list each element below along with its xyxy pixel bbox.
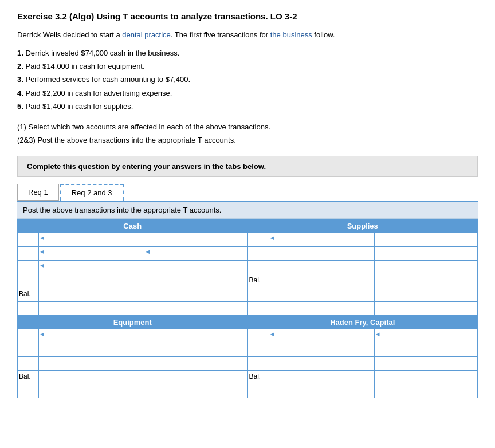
cash-row-2[interactable]: ◄ ◄ (18, 246, 247, 260)
equipment-row-1[interactable]: ◄ (18, 329, 247, 343)
capital-row-1[interactable]: ◄ ◄ (248, 329, 478, 343)
transactions-list: 1. Derrick invested $74,000 cash in the … (17, 46, 478, 113)
capital-extra-row (248, 384, 478, 398)
supplies-row-2[interactable] (248, 246, 478, 260)
tab-req2and3[interactable]: Req 2 and 3 (60, 184, 124, 201)
exercise-title: Exercise 3.2 (Algo) Using T accounts to … (17, 11, 478, 21)
supplies-extra-row-2 (248, 301, 478, 315)
supplies-account: Supplies ◄ Bal. (248, 219, 478, 315)
equipment-row-2[interactable] (18, 343, 247, 356)
tab-instruction: Post the above transactions into the app… (17, 202, 478, 219)
capital-bal-row[interactable]: Bal. (248, 370, 478, 384)
instructions: (1) Select which two accounts are affect… (17, 121, 478, 146)
capital-row-2[interactable] (248, 343, 478, 356)
intro-text: Derrick Wells decided to start a dental … (17, 29, 478, 41)
equipment-extra-row (18, 384, 247, 398)
tabs-row: Req 1 Req 2 and 3 (17, 184, 478, 202)
supplies-row-3[interactable] (248, 260, 478, 274)
equipment-row-3[interactable] (18, 356, 247, 370)
cash-bal-row[interactable]: Bal. (18, 288, 247, 301)
supplies-extra-row-1 (248, 288, 478, 301)
supplies-row-1[interactable]: ◄ (248, 233, 478, 246)
equipment-title: Equipment (18, 316, 247, 329)
supplies-title: Supplies (248, 219, 478, 233)
cash-title: Cash (18, 219, 247, 233)
cash-row-3[interactable]: ◄ (18, 260, 247, 274)
supplies-bal-row[interactable]: Bal. (248, 274, 478, 288)
capital-account: Haden Fry, Capital ◄ ◄ Bal. (248, 316, 478, 398)
equipment-account: Equipment ◄ Bal. (18, 316, 248, 398)
equipment-bal-row[interactable]: Bal. (18, 370, 247, 384)
cash-row-1[interactable]: ◄ (18, 233, 247, 246)
tab-req1[interactable]: Req 1 (17, 184, 59, 201)
cash-extra-row (18, 301, 247, 315)
capital-row-3[interactable] (248, 356, 478, 370)
cash-row-4[interactable] (18, 274, 247, 288)
complete-box: Complete this question by entering your … (17, 156, 478, 177)
cash-account: Cash ◄ ◄ ◄ ◄ Bal. (18, 219, 248, 315)
capital-title: Haden Fry, Capital (248, 316, 478, 329)
